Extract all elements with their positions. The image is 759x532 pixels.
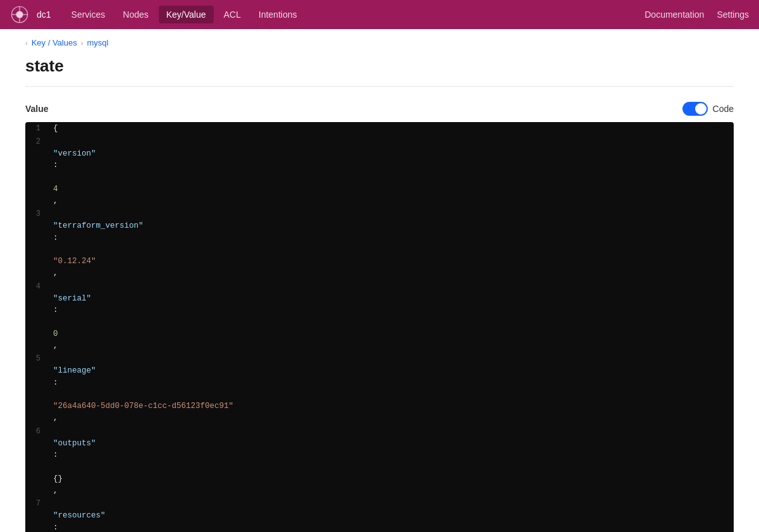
code-line: 5 "lineage": "26a4a640-5dd0-078e-c1cc-d5… (25, 352, 734, 425)
code-line: 1 { (25, 122, 734, 135)
code-table: 1 { 2 "version": 4, 3 "terraform_version… (25, 122, 734, 532)
value-section: Value Code 1 { 2 "version": 4, 3 "terraf… (25, 102, 734, 532)
nav-intentions[interactable]: Intentions (251, 6, 305, 23)
datacenter-label: dc1 (37, 9, 51, 20)
code-line: 3 "terraform_version": "0.12.24", (25, 207, 734, 280)
code-line: 6 "outputs": {}, (25, 425, 734, 498)
code-toggle-label: Code (713, 104, 734, 114)
breadcrumb-keyvalues[interactable]: Key / Values (32, 38, 77, 47)
logo (10, 5, 29, 24)
page-title: state (25, 56, 734, 87)
value-label: Value (25, 104, 49, 114)
toggle-knob (695, 103, 707, 114)
nav-right: Documentation Settings (645, 9, 749, 20)
nav-links: Services Nodes Key/Value ACL Intentions (64, 6, 645, 23)
nav-acl[interactable]: ACL (216, 6, 249, 23)
value-header: Value Code (25, 102, 734, 116)
code-line: 7 "resources": [ (25, 497, 734, 532)
breadcrumb-chevron-left: ‹ (25, 39, 28, 47)
code-editor[interactable]: 1 { 2 "version": 4, 3 "terraform_version… (25, 122, 734, 532)
code-toggle: Code (682, 102, 734, 116)
breadcrumb: ‹ Key / Values › mysql (0, 29, 759, 56)
breadcrumb-mysql[interactable]: mysql (87, 38, 108, 47)
nav-keyvalue[interactable]: Key/Value (159, 6, 214, 23)
breadcrumb-sep: › (81, 39, 83, 47)
navbar: dc1 Services Nodes Key/Value ACL Intenti… (0, 0, 759, 29)
nav-documentation[interactable]: Documentation (645, 9, 704, 20)
code-toggle-switch[interactable] (682, 102, 708, 116)
code-line: 2 "version": 4, (25, 135, 734, 208)
nav-services[interactable]: Services (64, 6, 113, 23)
code-line: 4 "serial": 0, (25, 280, 734, 353)
nav-nodes[interactable]: Nodes (115, 6, 156, 23)
svg-point-1 (16, 11, 23, 18)
nav-settings[interactable]: Settings (717, 9, 749, 20)
main-content: state Value Code 1 { 2 "version": 4, 3 "… (0, 56, 759, 532)
